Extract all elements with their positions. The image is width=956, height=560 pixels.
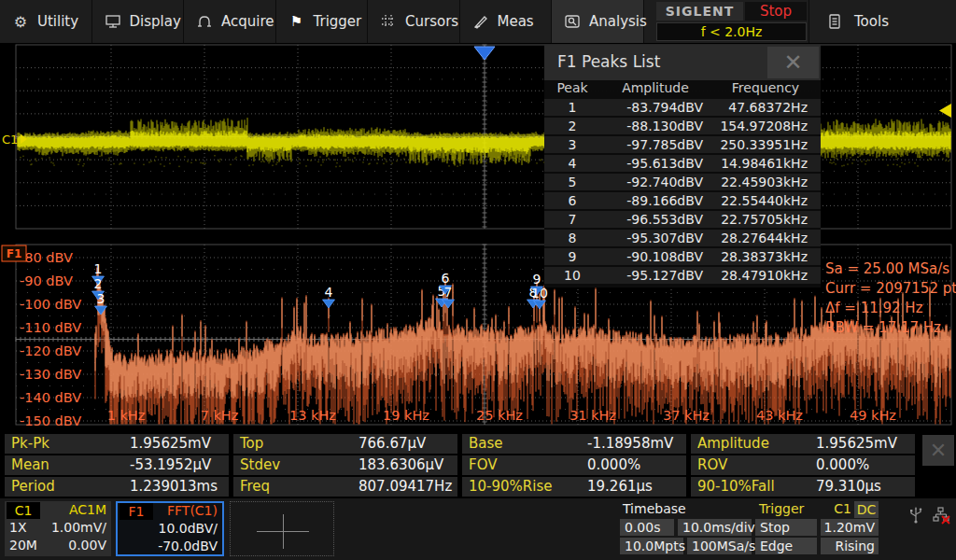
peaks-cell: 1	[544, 99, 600, 116]
measurement-row: Pk-Pk1.95625mVTop766.67µVBase-1.18958mVA…	[5, 434, 921, 454]
bottom-status-bar: C1 AC1M 1X 1.00mV/ 20M 0.00V F1 FFT(C1) …	[0, 498, 956, 560]
f1-scale: 10.0dBV/	[158, 521, 218, 536]
measurement-value: 19.261µs	[587, 478, 653, 495]
close-icon[interactable]: ✕	[922, 435, 954, 466]
trigger-box[interactable]: Trigger C1 DC Stop 1.20mV Edge Rising	[754, 501, 879, 556]
lan-error-icon	[932, 506, 949, 525]
peaks-cell: 22.75705kHz	[710, 211, 821, 228]
peaks-table-row: 2-88.130dBV154.97208Hz	[544, 118, 821, 136]
c1-bandwidth: 20M	[9, 538, 37, 553]
fft-db-label: -80 dBV	[20, 250, 73, 265]
peaks-cell: -95.307dBV	[600, 230, 710, 246]
peaks-cell: 14.98461kHz	[710, 155, 821, 172]
fft-freq-label: 49 kHz	[850, 408, 896, 423]
measurement-label: FOV	[469, 456, 497, 473]
peaks-column-header: Peak	[544, 80, 600, 98]
peaks-cell: -95.127dBV	[600, 267, 710, 284]
fft-peak-marker-number: 4	[325, 285, 333, 300]
fft-peak-marker-number: 9	[533, 272, 541, 287]
peaks-cell: 22.45903kHz	[710, 174, 821, 190]
c1-scale: 1.00mV/	[51, 520, 106, 535]
fft-freq-label: 13 kHz	[289, 408, 336, 423]
measurement-row: Mean-53.1952µVStdev183.6306µVFOV0.000%RO…	[5, 455, 921, 475]
fft-peak-marker-number: 6	[442, 271, 450, 286]
peaks-table-row: 7-96.553dBV22.75705kHz	[544, 211, 821, 230]
peaks-cell: 28.27644kHz	[710, 230, 821, 246]
measurement-value: 183.6306µV	[358, 456, 443, 473]
peaks-cell: 6	[544, 192, 600, 209]
peaks-cell: 9	[544, 248, 600, 265]
peaks-column-header: Amplitude	[600, 80, 710, 98]
measurement-label: Top	[240, 435, 263, 452]
add-channel-box[interactable]	[230, 501, 334, 556]
measurement-label: Base	[469, 435, 503, 452]
oscilloscope-screen: { "colors": { "accent_blue": "#2f7bde", …	[0, 0, 956, 560]
measurement-pk-pk: Pk-Pk1.95625mV	[5, 434, 229, 454]
peaks-cell: -88.130dBV	[600, 118, 710, 134]
peaks-table-row: 8-95.307dBV28.27644kHz	[544, 230, 821, 248]
measurement-top: Top766.67µV	[233, 434, 457, 454]
peaks-table-row: 9-90.108dBV28.38373kHz	[544, 248, 821, 267]
fft-freq-label: 43 kHz	[756, 408, 803, 423]
trigger-slope: Rising	[821, 538, 879, 554]
channel-f1-box[interactable]: F1 FFT(C1) 10.0dBV/ -70.0dBV	[116, 501, 224, 556]
peaks-table-row: 5-92.740dBV22.45903kHz	[544, 174, 821, 192]
measurement-label: Mean	[11, 456, 49, 473]
measurement-fov: FOV0.000%	[462, 455, 686, 475]
peaks-cell: 2	[544, 118, 600, 134]
peaks-cell: 28.47910kHz	[710, 267, 821, 284]
fft-db-label: -120 dBV	[20, 343, 81, 358]
c1-position-marker: C1	[2, 133, 18, 147]
peaks-cell: -97.785dBV	[600, 136, 710, 153]
fft-freq-label: 7 kHz	[201, 408, 239, 423]
peaks-table-row: 6-89.166dBV22.55440kHz	[544, 192, 821, 211]
timebase-title: Timebase	[623, 501, 686, 516]
peaks-cell: 10	[544, 267, 600, 284]
c1-probe: 1X	[9, 520, 27, 535]
peaks-cell: 154.97208Hz	[710, 118, 821, 134]
fft-peak-marker-arrow	[323, 300, 335, 308]
peaks-table-rows: 1-83.794dBV47.68372Hz2-88.130dBV154.9720…	[544, 99, 821, 286]
fft-freq-label: 19 kHz	[383, 408, 429, 423]
peaks-cell: 5	[544, 174, 600, 190]
fft-freq-label: 25 kHz	[476, 408, 523, 423]
peaks-cell: 4	[544, 155, 600, 172]
peaks-table-row: 1-83.794dBV47.68372Hz	[544, 99, 821, 118]
c1-offset: 0.00V	[68, 538, 106, 553]
fft-peak-marker-number: 3	[97, 291, 105, 306]
plus-icon	[283, 514, 284, 549]
fft-db-label: -140 dBV	[20, 390, 81, 405]
peaks-cell: 3	[544, 136, 600, 153]
peaks-cell: -96.553dBV	[600, 211, 710, 228]
measurement-rov: ROV0.000%	[691, 455, 915, 475]
peaks-cell: -95.613dBV	[600, 155, 710, 172]
measurement-label: Amplitude	[697, 435, 769, 452]
fft-peak-marker-number: 1	[94, 261, 103, 276]
trigger-level: 1.20mV	[821, 519, 879, 536]
trigger-source: C1	[834, 501, 851, 516]
trigger-title: Trigger	[759, 501, 804, 516]
close-icon[interactable]: ✕	[767, 47, 819, 78]
measurement-stdev: Stdev183.6306µV	[233, 455, 457, 475]
measurement-amplitude: Amplitude1.95625mV	[691, 434, 915, 454]
measurement-value: 807.09417Hz	[358, 478, 452, 495]
peaks-column-header: Frequency	[710, 80, 821, 98]
measurement-value: 0.000%	[816, 456, 869, 473]
peaks-cell: 250.33951Hz	[710, 136, 821, 153]
fft-info-line: RBW = 17.17 Hz	[825, 319, 941, 336]
measurements-panel: Pk-Pk1.95625mVTop766.67µVBase-1.18958mVA…	[5, 434, 921, 497]
measurement-value: -1.18958mV	[587, 435, 673, 452]
fft-db-label: -100 dBV	[20, 297, 81, 312]
trigger-coupling: DC	[854, 501, 879, 518]
measurement-label: ROV	[697, 456, 727, 473]
fft-peak-marker-number: 10	[531, 286, 548, 301]
peaks-window-titlebar[interactable]: F1 Peaks List ✕	[544, 45, 821, 80]
usb-icon	[907, 506, 924, 525]
measurement-mean: Mean-53.1952µV	[5, 455, 229, 475]
timebase-box[interactable]: Timebase 0.00s 10.0ms/div 10.0Mpts 100MS…	[618, 501, 752, 556]
fft-peak-marker-number: 2	[94, 276, 103, 291]
channel-c1-box[interactable]: C1 AC1M 1X 1.00mV/ 20M 0.00V	[5, 501, 111, 556]
fft-freq-label: 31 kHz	[569, 408, 616, 423]
measurement-90-10-fall: 90-10%Fall79.310µs	[691, 477, 915, 497]
peaks-cell: 28.38373kHz	[710, 248, 821, 265]
